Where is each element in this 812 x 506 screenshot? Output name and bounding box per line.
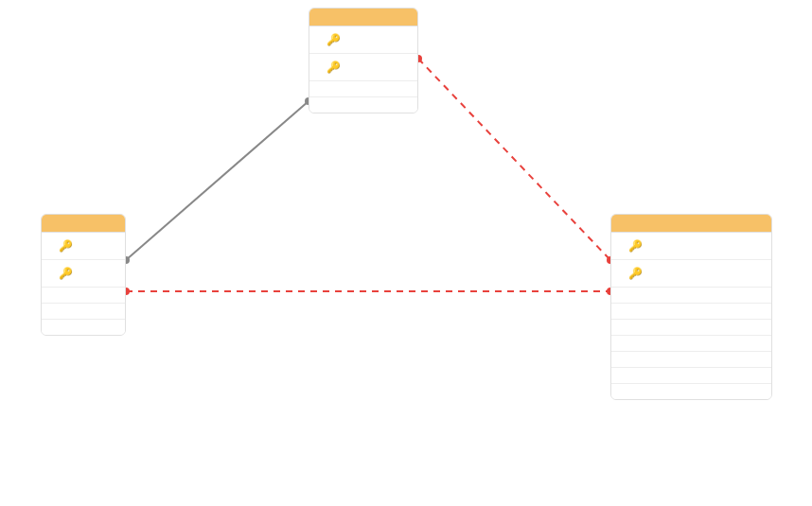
key-icon: 🔑 (327, 34, 341, 45)
data-model-canvas[interactable]: 🔑 🔑 🔑 🔑 (0, 0, 812, 506)
field-row[interactable] (42, 320, 125, 335)
field-row[interactable] (611, 304, 771, 320)
table-table1[interactable]: 🔑 🔑 (610, 214, 772, 400)
key-icon: 🔑 (327, 61, 341, 73)
table-table2[interactable]: 🔑 🔑 (41, 214, 126, 336)
link-region-saleskey-table1-saleskey (418, 59, 610, 260)
key-icon: 🔑 (628, 268, 643, 279)
field-row[interactable] (611, 320, 771, 336)
field-row[interactable]: 🔑 (611, 260, 771, 288)
table-header-table2[interactable] (42, 215, 125, 233)
field-row[interactable] (611, 336, 771, 352)
field-row[interactable]: 🔑 (309, 54, 417, 81)
key-icon: 🔑 (628, 240, 643, 252)
key-icon: 🔑 (59, 268, 73, 279)
field-row[interactable]: 🔑 (611, 233, 771, 260)
field-row[interactable] (42, 288, 125, 304)
table-header-table1[interactable] (611, 215, 771, 233)
field-row[interactable] (611, 368, 771, 384)
field-row[interactable] (611, 384, 771, 399)
table-header-region[interactable] (309, 9, 417, 26)
field-row[interactable]: 🔑 (42, 260, 125, 288)
table-region[interactable]: 🔑 🔑 (309, 8, 418, 113)
field-row[interactable]: 🔑 (42, 233, 125, 260)
field-row[interactable] (42, 304, 125, 320)
field-row[interactable] (309, 81, 417, 97)
link-table2-week-region-week (126, 101, 309, 260)
key-icon: 🔑 (59, 240, 73, 252)
field-row[interactable]: 🔑 (309, 26, 417, 54)
field-row[interactable] (309, 97, 417, 113)
field-row[interactable] (611, 288, 771, 304)
field-row[interactable] (611, 352, 771, 368)
